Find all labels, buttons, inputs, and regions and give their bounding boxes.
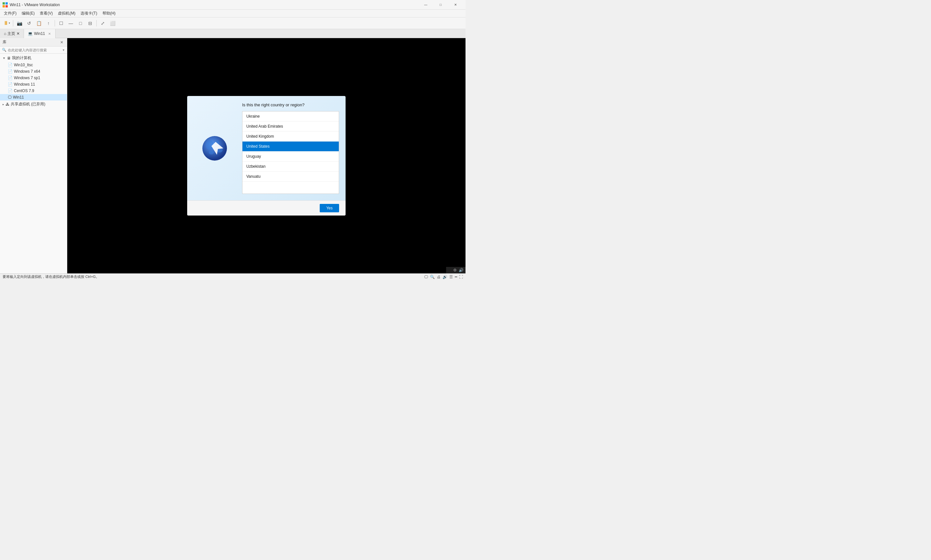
country-item-us[interactable]: United States (242, 142, 339, 152)
menu-bar: 文件(F) 编辑(E) 查看(V) 虚拟机(M) 选项卡(T) 帮助(H) (0, 10, 466, 17)
search-bar: 🔍 ▼ (0, 46, 67, 54)
menu-edit[interactable]: 编辑(E) (19, 10, 37, 17)
menu-view[interactable]: 查看(V) (37, 10, 55, 17)
setup-left (194, 102, 235, 194)
yes-button[interactable]: Yes (320, 204, 339, 212)
tree-root-label: 我的计算机 (12, 55, 31, 61)
status-right: 🖵 🔍 🖨 🔊 ☰ ━ ⛶ (424, 275, 463, 279)
setup-footer: Yes (187, 200, 346, 215)
svg-rect-3 (6, 5, 8, 8)
win11-setup-screen: Is this the right country or region? Ukr… (187, 96, 346, 215)
toolbar: ⏸ ▾ 📷 ↺ 📋 ↑ ☐ — □ ⊟ ⤢ ⬜ (0, 17, 466, 29)
toolbar-fullscreen-btn[interactable]: ☐ (57, 19, 66, 28)
library-title: 库 (3, 39, 6, 45)
status-message: 要将输入定向到该虚拟机，请在虚拟机内部单击或按 Ctrl+G。 (3, 274, 99, 279)
sidebar-item-win7sp1[interactable]: 📄 Windows 7 sp1 (0, 75, 67, 81)
home-icon: ⌂ (4, 31, 6, 36)
app-icon (3, 2, 8, 8)
main-content: 库 ✕ 🔍 ▼ ▼ 🖥 我的计算机 📄 Win10_ltsc 📄 Windows… (0, 38, 466, 273)
search-icon: 🔍 (2, 48, 6, 52)
sidebar-close-button[interactable]: ✕ (59, 40, 64, 45)
vm-tab-label: Win11 (34, 31, 45, 36)
vm-icon-win7x64: 📄 (8, 69, 12, 74)
search-input[interactable] (8, 48, 61, 52)
status-zoom-icon[interactable]: 🔍 (430, 275, 435, 279)
country-item-uruguay[interactable]: Uruguay (242, 152, 339, 162)
country-item-ukraine[interactable]: Ukraine (242, 111, 339, 122)
vm-icon-centos: 📄 (8, 89, 12, 93)
country-list-container[interactable]: Ukraine United Arab Emirates United King… (242, 111, 339, 194)
toolbar-share-btn[interactable]: ↑ (44, 19, 53, 28)
tree-root[interactable]: ▼ 🖥 我的计算机 (0, 54, 67, 62)
vm-bar-settings-icon[interactable]: ⚙ (453, 268, 457, 272)
menu-tabs[interactable]: 选项卡(T) (78, 10, 100, 17)
sidebar-item-win11active[interactable]: 🖵 Win11 (0, 94, 67, 100)
toolbar-split-btn[interactable]: — (66, 19, 75, 28)
status-bar: 要将输入定向到该虚拟机，请在虚拟机内部单击或按 Ctrl+G。 🖵 🔍 🖨 🔊 … (0, 273, 466, 280)
sidebar-item-centos[interactable]: 📄 CentOS 7.9 (0, 88, 67, 94)
search-dropdown-icon[interactable]: ▼ (62, 48, 65, 52)
status-minimize-icon[interactable]: ━ (455, 275, 457, 279)
vm-bar-audio-icon[interactable]: 🔊 (459, 268, 463, 272)
vm-icon-win10ltsc: 📄 (8, 63, 12, 67)
toolbar-fullscreen2-btn[interactable]: ⬜ (108, 19, 117, 28)
pause-icon: ⏸ (3, 20, 8, 26)
title-text: Win11 - VMware Workstation (10, 3, 418, 7)
country-item-uae[interactable]: United Arab Emirates (242, 122, 339, 132)
vm-bottom-bar: ⚙ 🔊 (446, 267, 466, 273)
country-item-uzbekistan[interactable]: Uzbekistan (242, 162, 339, 172)
toolbar-separator-3 (96, 20, 97, 26)
country-list[interactable]: Ukraine United Arab Emirates United King… (242, 111, 339, 194)
sidebar-item-win7x64[interactable]: 📄 Windows 7 x64 (0, 68, 67, 75)
shared-icon: 🖧 (6, 102, 9, 107)
tab-vm[interactable]: 💻 Win11 ✕ (24, 29, 55, 38)
setup-title: Is this the right country or region? (242, 102, 339, 107)
tab-home[interactable]: ⌂ 主页 ✕ (0, 29, 24, 38)
status-monitor-icon[interactable]: 🖵 (424, 275, 428, 279)
tab-bar: ⌂ 主页 ✕ 💻 Win11 ✕ (0, 29, 466, 38)
toolbar-separator-2 (55, 20, 55, 26)
vm-icon-win11active: 🖵 (8, 95, 12, 100)
vm-tab-close[interactable]: ✕ (48, 32, 51, 36)
sidebar-item-win10ltsc[interactable]: 📄 Win10_ltsc (0, 62, 67, 68)
setup-content: Is this the right country or region? Ukr… (187, 96, 346, 200)
toolbar-stretch-btn[interactable]: ⤢ (98, 19, 107, 28)
country-item-uk[interactable]: United Kingdom (242, 132, 339, 142)
vm-icon-win7sp1: 📄 (8, 75, 12, 80)
tree-shared[interactable]: ▸ 🖧 共享虚拟机 (已弃用) (0, 100, 67, 108)
toolbar-split2-btn[interactable]: □ (76, 19, 85, 28)
maximize-button[interactable]: □ (433, 0, 448, 10)
shared-expand-icon: ▸ (3, 103, 4, 106)
toolbar-snapshot2-btn[interactable]: 📋 (34, 19, 43, 28)
globe-icon (200, 134, 229, 163)
status-volume-icon[interactable]: 🔊 (443, 275, 448, 279)
status-grid-icon[interactable]: ☰ (449, 275, 453, 279)
home-tab-close[interactable]: ✕ (17, 31, 20, 36)
shared-label: 共享虚拟机 (已弃用) (11, 102, 45, 107)
toolbar-snapshot-btn[interactable]: 📷 (15, 19, 24, 28)
setup-right: Is this the right country or region? Ukr… (242, 102, 339, 194)
vm-tree: ▼ 🖥 我的计算机 📄 Win10_ltsc 📄 Windows 7 x64 📄… (0, 54, 67, 109)
svg-rect-2 (3, 5, 5, 8)
menu-help[interactable]: 帮助(H) (100, 10, 118, 17)
menu-vm[interactable]: 虚拟机(M) (55, 10, 78, 17)
toolbar-split3-btn[interactable]: ⊟ (86, 19, 95, 28)
close-button[interactable]: ✕ (448, 0, 463, 10)
vm-area[interactable]: Is this the right country or region? Ukr… (67, 38, 466, 273)
pause-button[interactable]: ⏸ ▾ (2, 20, 11, 27)
toolbar-revert-btn[interactable]: ↺ (25, 19, 34, 28)
status-fullscreen-icon[interactable]: ⛶ (459, 275, 463, 279)
home-label: 主页 (8, 31, 15, 37)
minimize-button[interactable]: — (418, 0, 433, 10)
svg-rect-0 (3, 2, 5, 5)
sidebar-item-win11[interactable]: 📄 Windows 11 (0, 81, 67, 88)
sidebar: 库 ✕ 🔍 ▼ ▼ 🖥 我的计算机 📄 Win10_ltsc 📄 Windows… (0, 38, 67, 273)
vm-tab-icon: 💻 (28, 31, 33, 36)
svg-point-9 (209, 151, 214, 154)
sidebar-header: 库 ✕ (0, 38, 67, 46)
country-item-vanuatu[interactable]: Vanuatu (242, 172, 339, 182)
menu-file[interactable]: 文件(F) (1, 10, 19, 17)
status-print-icon[interactable]: 🖨 (437, 275, 441, 279)
computer-icon: 🖥 (7, 56, 11, 60)
title-bar: Win11 - VMware Workstation — □ ✕ (0, 0, 466, 10)
